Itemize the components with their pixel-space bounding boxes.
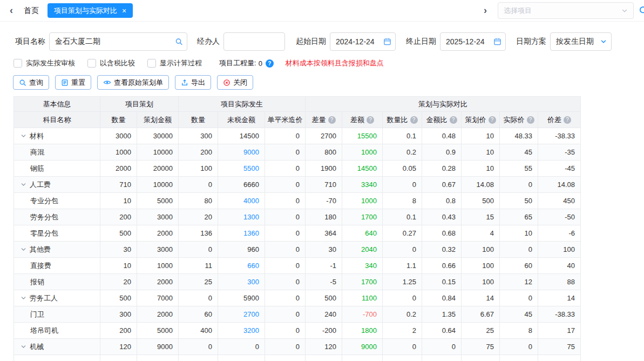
column-header-plan-qty: 数量 xyxy=(100,112,137,128)
column-info-icon[interactable]: ? xyxy=(328,116,336,124)
cell-untaxed-amount[interactable]: 2700 xyxy=(218,306,265,323)
cell-subject-name: 专业分包 xyxy=(14,193,100,209)
column-info-icon[interactable]: ? xyxy=(527,116,534,124)
cell-amount-diff: 1000 xyxy=(342,193,383,209)
column-info-icon[interactable]: ? xyxy=(564,116,571,124)
cell-actual-qty: 60 xyxy=(179,306,218,323)
collapse-chevron-icon[interactable] xyxy=(21,295,26,301)
cell-plan-price: 10 xyxy=(462,128,500,144)
project-select[interactable]: 选择项目 xyxy=(498,2,634,19)
cell-untaxed-amount[interactable]: 9000 xyxy=(218,144,265,161)
cell-actual-price: 55 xyxy=(500,161,538,177)
column-header-actual-price: 实际价? xyxy=(500,112,538,128)
cell-actual-qty: 400 xyxy=(179,323,218,339)
cell-price-diff: 40 xyxy=(538,258,581,274)
calendar-icon[interactable] xyxy=(493,38,501,46)
cell-price-diff: -45 xyxy=(538,161,581,177)
export-button[interactable]: 导出 xyxy=(175,75,211,90)
project-select-placeholder: 选择项目 xyxy=(504,6,532,16)
column-label: 数量比 xyxy=(387,115,408,125)
checkbox-option-1[interactable]: 实际发生按审核 xyxy=(13,58,75,68)
cell-price-diff: 14 xyxy=(538,290,581,306)
cell-actual-qty: 136 xyxy=(179,225,218,242)
tab-active[interactable]: 项目策划与实际对比 × xyxy=(48,3,133,18)
project-name-input[interactable] xyxy=(49,32,187,51)
cell-qty-diff: 1900 xyxy=(306,161,342,177)
info-icon[interactable]: ? xyxy=(266,59,274,68)
cell-untaxed-amount[interactable]: 300 xyxy=(218,274,265,290)
cell-actual-price: 45 xyxy=(500,144,538,161)
search-icon[interactable] xyxy=(175,38,183,46)
close-button[interactable]: 关闭 xyxy=(217,75,253,90)
options-bar: 实际发生按审核以含税比较显示计算过程 项目工程量: 0 ? 材料成本按领料且含报… xyxy=(0,51,644,68)
cell-untaxed-amount[interactable]: 660 xyxy=(218,258,265,274)
column-info-icon[interactable]: ? xyxy=(489,116,496,124)
cell-untaxed-amount[interactable]: 3200 xyxy=(218,323,265,339)
checkbox-icon[interactable] xyxy=(147,59,156,68)
table-row: 商混1000100002009000080010000.20.91045-35 xyxy=(14,144,581,161)
cell-actual-qty: 0 xyxy=(179,177,218,193)
cell-subject-name: 塔吊司机 xyxy=(14,323,100,339)
chevron-right-icon[interactable]: › xyxy=(479,5,491,16)
cell-untaxed-amount[interactable]: 4000 xyxy=(218,193,265,209)
cell-qty-ratio: 0 xyxy=(383,242,422,258)
cell-untaxed-amount[interactable]: 1300 xyxy=(218,209,265,225)
cell-actual-price: 10 xyxy=(500,225,538,242)
tab-close-icon[interactable]: × xyxy=(122,7,126,15)
cell-qty-ratio: 0.05 xyxy=(383,161,422,177)
cell-actual-price: 0 xyxy=(500,242,538,258)
button-label: 查询 xyxy=(29,78,43,88)
handler-input[interactable] xyxy=(223,32,285,51)
column-label: 数量 xyxy=(112,115,126,125)
column-info-icon[interactable]: ? xyxy=(367,116,374,124)
cell-plan-amount: 1000 xyxy=(137,258,179,274)
collapse-chevron-icon[interactable] xyxy=(21,182,26,188)
cell-amount-ratio: 0 xyxy=(422,339,462,355)
handler-field xyxy=(223,32,285,51)
date-scheme-select[interactable]: 按发生日期 xyxy=(550,32,612,51)
checkbox-option-3[interactable]: 显示计算过程 xyxy=(147,58,202,68)
table-row: 劳务分包2003000201300018017000.10.431565-50 xyxy=(14,209,581,225)
checkbox-option-2[interactable]: 以含税比较 xyxy=(87,58,135,68)
column-header-untaxed-amount: 未税金额 xyxy=(218,112,265,128)
cell-actual-qty: 200 xyxy=(179,144,218,161)
cell-amount-diff: 2040 xyxy=(342,242,383,258)
view-original-plan-button[interactable]: 查看原始策划单 xyxy=(97,75,169,90)
cell-qty-diff: 180 xyxy=(306,209,342,225)
cell-price-diff: 17 xyxy=(538,323,581,339)
tab-home[interactable]: 首页 xyxy=(24,6,39,16)
search-icon[interactable] xyxy=(639,5,644,16)
cell-per-sqm-cost: 0 xyxy=(265,323,306,339)
collapse-chevron-icon[interactable] xyxy=(21,246,26,252)
cell-untaxed-amount[interactable]: 5500 xyxy=(218,161,265,177)
cell-qty-diff: 800 xyxy=(306,144,342,161)
column-info-icon[interactable]: ? xyxy=(450,116,457,124)
cell-plan-amount: 3000 xyxy=(137,242,179,258)
calendar-icon[interactable] xyxy=(383,38,391,46)
cell-amount-ratio: 1.35 xyxy=(422,306,462,323)
handler-label: 经办人 xyxy=(197,37,220,46)
chevron-left-icon[interactable]: ‹ xyxy=(5,5,17,16)
cell-actual-price: 50 xyxy=(500,193,538,209)
start-date-label: 起始日期 xyxy=(296,37,326,46)
query-button[interactable]: 查询 xyxy=(13,75,49,90)
cell-subject-name: 劳务分包 xyxy=(14,209,100,225)
cell-subject-name: 商混 xyxy=(14,144,100,161)
date-scheme-value: 按发生日期 xyxy=(556,37,594,46)
reset-button[interactable]: 重置 xyxy=(55,75,91,90)
cell-plan-amount: 5000 xyxy=(137,323,179,339)
cell-actual-qty: 20 xyxy=(179,209,218,225)
checkbox-label: 以含税比较 xyxy=(100,58,135,68)
collapse-chevron-icon[interactable] xyxy=(21,133,26,139)
cell-amount-diff: 9000 xyxy=(342,339,383,355)
cell-untaxed-amount[interactable]: 1360 xyxy=(218,225,265,242)
checkbox-icon[interactable] xyxy=(13,59,22,68)
column-info-icon[interactable]: ? xyxy=(410,116,418,124)
cell-untaxed-amount: 14500 xyxy=(218,128,265,144)
checkbox-icon[interactable] xyxy=(87,59,96,68)
collapse-chevron-icon[interactable] xyxy=(21,344,26,350)
cell-plan-price: 100 xyxy=(462,258,500,274)
cell-plan-price: 10 xyxy=(462,161,500,177)
column-header-qty-diff: 差量? xyxy=(306,112,342,128)
comparison-table: 基本信息项目策划项目实际发生策划与实际对比 科目名称数量策划金额数量未税金额单平… xyxy=(13,96,580,361)
